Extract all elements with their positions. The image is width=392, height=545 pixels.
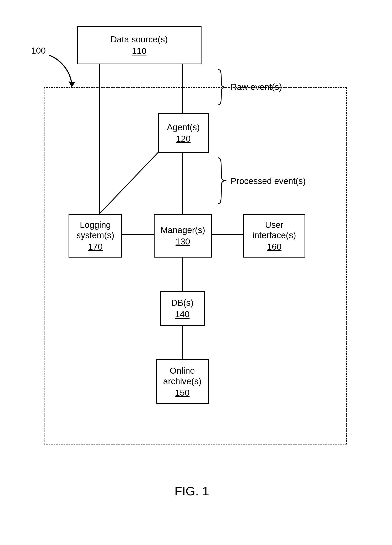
box-user-interface-label: User interface(s)	[252, 220, 296, 241]
box-data-sources-ref: 110	[132, 46, 146, 56]
box-managers-label: Manager(s)	[161, 225, 205, 235]
box-archives-ref: 150	[175, 388, 189, 398]
svg-line-4	[99, 153, 158, 214]
diagram-connectors	[0, 0, 392, 545]
box-dbs-label: DB(s)	[171, 298, 193, 308]
box-managers: Manager(s) 130	[154, 214, 212, 258]
box-archives-label: Online archive(s)	[163, 365, 201, 387]
box-dbs: DB(s) 140	[160, 291, 205, 326]
box-managers-ref: 130	[175, 236, 190, 247]
box-archives: Online archive(s) 150	[156, 359, 209, 404]
box-logging-label: Logging system(s)	[76, 220, 114, 241]
box-agents: Agent(s) 120	[158, 113, 209, 153]
box-agents-ref: 120	[176, 134, 191, 144]
box-data-sources-label: Data source(s)	[111, 34, 168, 45]
annotation-processed-events: Processed event(s)	[230, 176, 306, 186]
box-agents-label: Agent(s)	[167, 122, 200, 132]
box-logging: Logging system(s) 170	[68, 214, 122, 258]
figure-caption: FIG. 1	[174, 484, 209, 498]
svg-marker-0	[68, 81, 75, 87]
box-logging-ref: 170	[88, 242, 103, 252]
annotation-raw-events: Raw event(s)	[230, 82, 282, 92]
box-dbs-ref: 140	[175, 309, 189, 319]
box-user-interface: User interface(s) 160	[243, 214, 305, 258]
box-data-sources: Data source(s) 110	[77, 26, 201, 64]
diagram-canvas: 100 Data source(s) 110 Agent(s)	[0, 0, 392, 545]
box-user-interface-ref: 160	[267, 242, 281, 252]
